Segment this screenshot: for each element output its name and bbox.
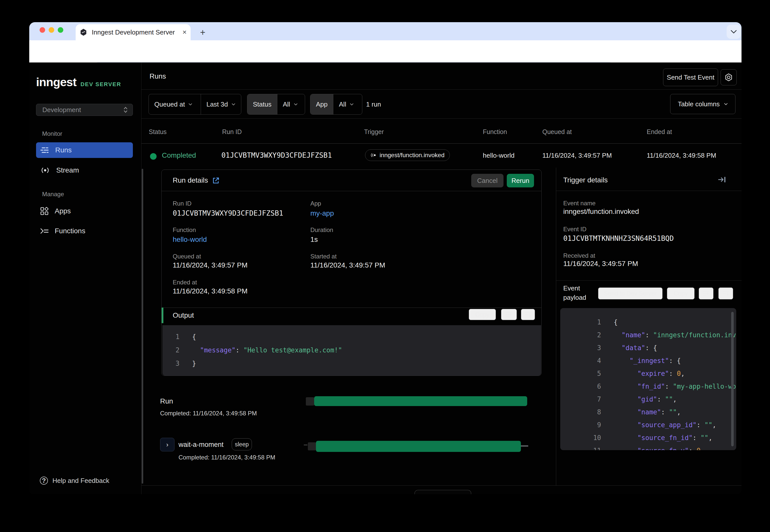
monitor-section-label: Monitor	[42, 130, 62, 137]
tab-title: Inngest Development Server	[92, 28, 180, 36]
time-field-filter[interactable]: Queued at	[149, 94, 201, 114]
new-tab-button[interactable]: +	[198, 28, 208, 38]
column-header-queued-at[interactable]: Queued at	[542, 128, 572, 136]
scrollbar-thumb[interactable]	[142, 169, 143, 484]
rerun-button[interactable]: Rerun	[507, 174, 534, 187]
event-invoke-icon	[370, 152, 376, 158]
functions-icon	[40, 227, 49, 235]
output-code: 1{2 "message": "Hello test@example.com!"…	[162, 325, 541, 376]
app-value-label: All	[339, 101, 346, 108]
rerun-label: Rerun	[511, 177, 529, 185]
status-filter-value[interactable]: All	[277, 94, 305, 114]
status-filter-group: Status All	[247, 94, 305, 115]
app-link[interactable]: my-app	[310, 209, 334, 218]
help-and-feedback[interactable]: ? Help and Feedback	[40, 476, 109, 486]
traffic-minimize-button[interactable]	[49, 27, 54, 33]
payload-expand-button[interactable]	[718, 287, 733, 300]
app-filter-value[interactable]: All	[333, 94, 362, 114]
timeline-toggle-button[interactable]	[414, 490, 471, 494]
send-to-dev-server-label: Send to Dev Server	[604, 290, 657, 297]
sidebar-item-label: Stream	[56, 166, 79, 174]
expand-down-icon	[524, 312, 531, 317]
table-columns-button[interactable]: Table columns	[670, 94, 735, 114]
sidebar-item-apps[interactable]: Apps	[36, 204, 133, 219]
table-header-divider	[141, 143, 742, 144]
open-run-external-icon[interactable]	[212, 177, 220, 184]
event-name-label: Event name	[563, 200, 596, 207]
sidebar-item-runs[interactable]: Runs	[36, 142, 133, 158]
step-connector-left	[304, 445, 307, 445]
payload-scrollbar-thumb[interactable]	[731, 312, 734, 446]
select-updown-icon	[123, 106, 128, 113]
started-at-label: Started at	[310, 253, 337, 260]
sidebar-item-functions[interactable]: Functions	[36, 223, 133, 239]
payload-divider	[556, 280, 742, 281]
traffic-close-button[interactable]	[40, 27, 45, 33]
environment-select-value: Development	[42, 106, 123, 114]
time-field-label: Queued at	[154, 101, 185, 108]
received-at-value: 11/16/2024, 3:49:57 PM	[563, 259, 638, 268]
column-header-ended-at[interactable]: Ended at	[647, 128, 672, 136]
word-wrap-icon	[703, 291, 710, 296]
output-accent-bar	[161, 308, 163, 323]
function-link[interactable]: hello-world	[173, 235, 207, 244]
queued-at-label: Queued at	[173, 253, 201, 260]
cancel-label: Cancel	[477, 177, 498, 185]
tab-close-icon[interactable]: ×	[182, 29, 186, 36]
output-copy-button[interactable]: Copy	[469, 309, 496, 320]
payload-copy-button[interactable]: Copy	[667, 287, 695, 300]
step-duration-bar[interactable]	[316, 441, 521, 452]
sidebar-item-stream[interactable]: Stream	[36, 163, 133, 178]
column-header-trigger[interactable]: Trigger	[364, 128, 384, 136]
gear-icon	[725, 73, 733, 81]
run-details-card: Run details Cancel Rerun Run ID 01JCVBTM…	[161, 170, 541, 376]
trigger-details-title: Trigger details	[563, 176, 608, 184]
time-range-filter[interactable]: Last 3d	[201, 94, 241, 114]
tab-search-chevron-icon[interactable]	[727, 25, 741, 39]
chevron-down-icon	[188, 103, 192, 106]
ended-at-value: 11/16/2024, 3:49:58 PM	[173, 287, 248, 295]
table-columns-label: Table columns	[678, 100, 720, 108]
column-header-status[interactable]: Status	[149, 128, 167, 136]
row-function: hello-world	[483, 151, 514, 159]
step-connector-right	[521, 446, 528, 446]
column-header-run-id[interactable]: Run ID	[222, 128, 242, 136]
function-label: Function	[173, 226, 196, 234]
chevron-down-icon	[232, 103, 236, 106]
status-filter-label: Status	[247, 94, 277, 114]
event-id-label: Event ID	[563, 226, 587, 233]
run-duration-bar[interactable]	[314, 396, 527, 406]
chevron-down-icon	[350, 103, 354, 106]
tab-favicon-icon	[80, 28, 87, 36]
trigger-badge[interactable]: inngest/function.invoked	[365, 149, 450, 161]
output-expand-button[interactable]	[521, 309, 535, 320]
traffic-zoom-button[interactable]	[58, 27, 63, 33]
run-id-label: Run ID	[173, 200, 191, 207]
step-expand-button[interactable]: ›	[160, 438, 174, 451]
collapse-panel-icon[interactable]	[718, 176, 726, 183]
help-icon: ?	[40, 477, 48, 485]
run-completed-text: Completed: 11/16/2024, 3:49:58 PM	[160, 410, 257, 417]
send-to-dev-server-button[interactable]: Send to Dev Server	[598, 287, 663, 300]
column-header-function[interactable]: Function	[483, 128, 507, 136]
settings-gear-button[interactable]	[721, 69, 737, 85]
browser-tab[interactable]: Inngest Development Server ×	[76, 24, 190, 40]
dev-server-badge: DEV SERVER	[80, 81, 121, 88]
sidebar-item-label: Apps	[55, 207, 71, 215]
environment-select[interactable]: Development	[36, 104, 133, 116]
status-value-label: All	[283, 101, 290, 108]
send-test-event-button[interactable]: Send Test Event	[663, 69, 718, 86]
run-count: 1 run	[366, 100, 381, 108]
app-filter-group: App All	[310, 94, 362, 115]
event-payload-label: Event payload	[563, 284, 596, 302]
row-status: Completed	[162, 151, 196, 160]
trigger-header-divider	[556, 191, 742, 191]
step-queue-segment	[308, 442, 316, 450]
received-at-label: Received at	[563, 252, 595, 259]
sidebar-item-label: Runs	[55, 146, 72, 154]
output-wrap-button[interactable]	[501, 309, 517, 320]
event-payload-code: 1{2 "name": "inngest/function.invoked",3…	[560, 308, 736, 450]
logo: inngest DEV SERVER	[36, 75, 121, 89]
cancel-button[interactable]: Cancel	[471, 174, 503, 187]
payload-wrap-button[interactable]	[699, 287, 714, 300]
